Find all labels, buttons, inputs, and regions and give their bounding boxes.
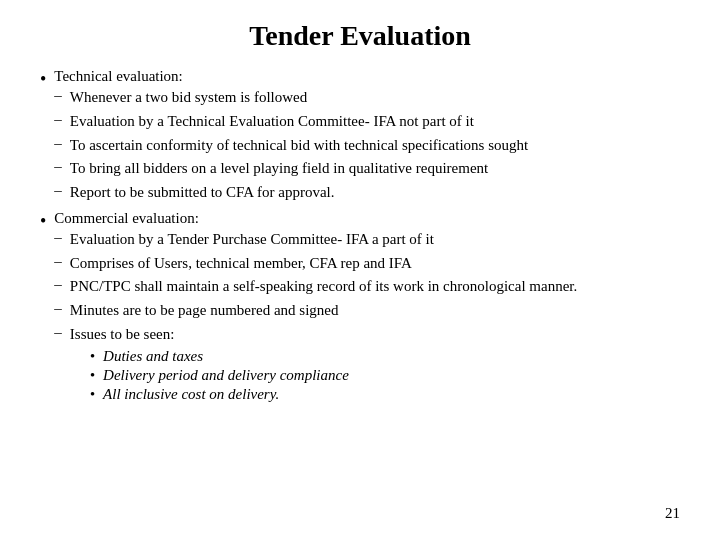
tech-text-4: To bring all bidders on a level playing …: [70, 158, 488, 180]
commercial-label: Commercial evaluation:: [54, 210, 199, 226]
cdash-4: –: [54, 300, 62, 317]
technical-section: • Technical evaluation: – Whenever a two…: [40, 68, 680, 206]
tech-item-3: – To ascertain conformity of technical b…: [54, 135, 680, 157]
dash-1: –: [54, 87, 62, 104]
tech-text-3: To ascertain conformity of technical bid…: [70, 135, 528, 157]
dash-2: –: [54, 111, 62, 128]
slide-title: Tender Evaluation: [40, 20, 680, 52]
technical-content: Technical evaluation: – Whenever a two b…: [54, 68, 680, 206]
tech-item-2: – Evaluation by a Technical Evaluation C…: [54, 111, 680, 133]
nested-item-2: • Delivery period and delivery complianc…: [90, 367, 680, 384]
tech-text-1: Whenever a two bid system is followed: [70, 87, 307, 109]
bullet-commercial: •: [40, 211, 46, 232]
technical-sub-list: – Whenever a two bid system is followed …: [54, 87, 680, 204]
comm-item-3: – PNC/TPC shall maintain a self-speaking…: [54, 276, 680, 298]
commercial-content: Commercial evaluation: – Evaluation by a…: [54, 210, 680, 407]
slide: Tender Evaluation • Technical evaluation…: [0, 0, 720, 540]
commercial-section: • Commercial evaluation: – Evaluation by…: [40, 210, 680, 407]
nested-issues-list: • Duties and taxes • Delivery period and…: [90, 348, 680, 403]
page-number: 21: [665, 505, 680, 522]
comm-item-1: – Evaluation by a Tender Purchase Commit…: [54, 229, 680, 251]
dash-3: –: [54, 135, 62, 152]
cdash-1: –: [54, 229, 62, 246]
comm-item-4: – Minutes are to be page numbered and si…: [54, 300, 680, 322]
nested-bullet-3: •: [90, 386, 95, 403]
nested-text-1: Duties and taxes: [103, 348, 203, 365]
comm-text-3: PNC/TPC shall maintain a self-speaking r…: [70, 276, 577, 298]
tech-item-5: – Report to be submitted to CFA for appr…: [54, 182, 680, 204]
comm-text-5: Issues to be seen:: [70, 326, 175, 342]
main-list: • Technical evaluation: – Whenever a two…: [40, 68, 680, 407]
tech-text-2: Evaluation by a Technical Evaluation Com…: [70, 111, 474, 133]
comm-item-2: – Comprises of Users, technical member, …: [54, 253, 680, 275]
nested-bullet-2: •: [90, 367, 95, 384]
cdash-2: –: [54, 253, 62, 270]
dash-4: –: [54, 158, 62, 175]
comm-text-2: Comprises of Users, technical member, CF…: [70, 253, 412, 275]
tech-item-4: – To bring all bidders on a level playin…: [54, 158, 680, 180]
cdash-3: –: [54, 276, 62, 293]
comm-item-5: – Issues to be seen: • Duties and taxes …: [54, 324, 680, 405]
comm-text-1: Evaluation by a Tender Purchase Committe…: [70, 229, 434, 251]
technical-label: Technical evaluation:: [54, 68, 182, 84]
nested-text-3: All inclusive cost on delivery.: [103, 386, 279, 403]
issues-content: Issues to be seen: • Duties and taxes • …: [70, 324, 680, 405]
nested-item-1: • Duties and taxes: [90, 348, 680, 365]
nested-bullet-1: •: [90, 348, 95, 365]
cdash-5: –: [54, 324, 62, 341]
nested-item-3: • All inclusive cost on delivery.: [90, 386, 680, 403]
nested-text-2: Delivery period and delivery compliance: [103, 367, 349, 384]
tech-item-1: – Whenever a two bid system is followed: [54, 87, 680, 109]
comm-text-4: Minutes are to be page numbered and sign…: [70, 300, 339, 322]
dash-5: –: [54, 182, 62, 199]
bullet-technical: •: [40, 69, 46, 90]
tech-text-5: Report to be submitted to CFA for approv…: [70, 182, 335, 204]
commercial-sub-list: – Evaluation by a Tender Purchase Commit…: [54, 229, 680, 405]
